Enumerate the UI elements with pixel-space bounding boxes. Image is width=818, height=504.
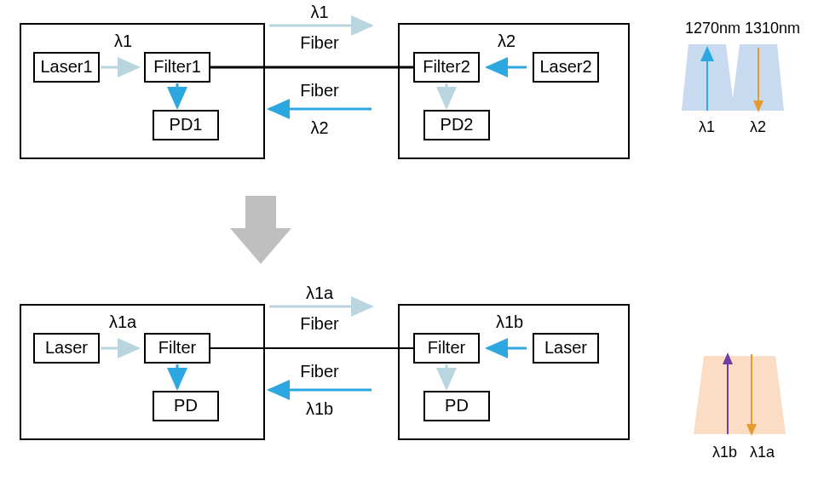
pd-bl-label: PD	[174, 396, 198, 415]
filter2-label: Filter2	[423, 57, 470, 76]
spectrum-bottom-shape	[694, 356, 786, 434]
laser2-label: Laser2	[539, 57, 591, 76]
bottom-left-module	[20, 305, 264, 439]
lambda1-label: λ1	[114, 32, 132, 50]
filter-bl-label: Filter	[158, 338, 197, 357]
pd1-label: PD1	[170, 115, 203, 134]
spectrum-top-shape	[682, 44, 784, 111]
fiber-rev-label-bottom: Fiber	[300, 362, 339, 381]
lambda-rev-bottom: λ1b	[306, 399, 333, 418]
pd-br-label: PD	[445, 396, 469, 415]
lambda-br-label: λ1b	[496, 312, 523, 331]
filter1-label: Filter1	[153, 57, 201, 76]
laser-br-label: Laser	[544, 338, 587, 357]
spectrum-bottom-l1a-label: λ1a	[750, 444, 775, 461]
nm-1310: 1310nm	[745, 20, 800, 37]
top-left-module	[20, 24, 264, 158]
laser1-label: Laser1	[40, 57, 92, 76]
laser-bl-label: Laser	[45, 338, 88, 357]
fiber-fwd-label-bottom: Fiber	[300, 314, 339, 333]
lambda-bl-label: λ1a	[109, 312, 137, 331]
fiber-fwd-label-top: Fiber	[300, 33, 339, 52]
filter-br-label: Filter	[428, 338, 466, 357]
nm-1270: 1270nm	[685, 20, 740, 37]
lambda2-label: λ2	[498, 32, 516, 50]
fiber-rev-label-top: Fiber	[300, 81, 339, 100]
down-arrow-icon	[230, 196, 291, 264]
lambda-fwd-top: λ1	[310, 3, 328, 21]
spectrum-top-l2-label: λ2	[750, 118, 766, 135]
spectrum-top-l1-label: λ1	[699, 118, 715, 135]
spectrum-bottom-l1b-label: λ1b	[712, 444, 737, 461]
pd2-label: PD2	[441, 115, 474, 134]
lambda-rev-top: λ2	[310, 118, 328, 137]
lambda-fwd-bottom: λ1a	[306, 284, 334, 302]
svg-rect-0	[245, 196, 276, 230]
